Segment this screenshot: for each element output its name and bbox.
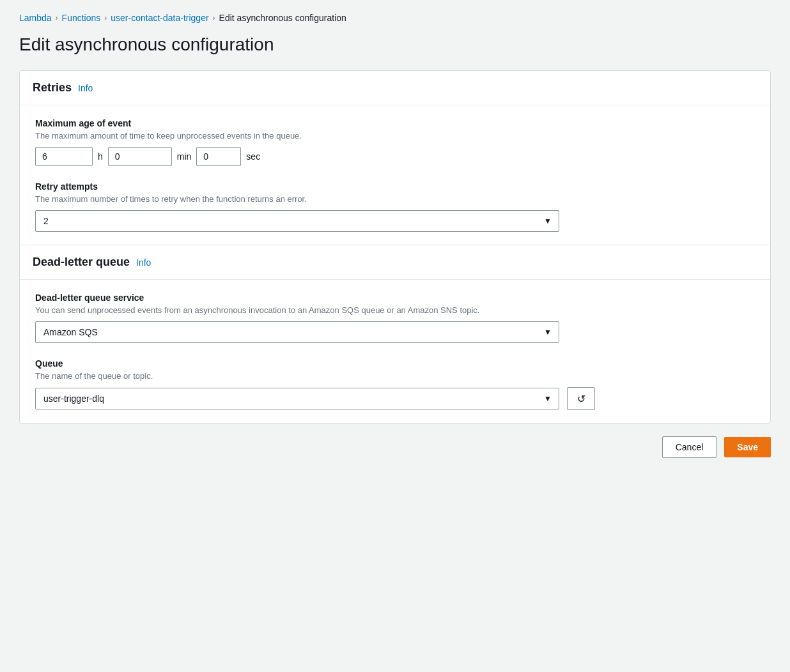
dlq-info-link[interactable]: Info (136, 257, 151, 268)
retry-attempts-description: The maximum number of times to retry whe… (35, 194, 755, 204)
queue-field-group: Queue The name of the queue or topic. us… (35, 358, 755, 410)
dlq-service-select[interactable]: None Amazon SQS Amazon SNS (35, 321, 559, 343)
breadcrumb-current: Edit asynchronous configuration (219, 13, 346, 23)
seconds-unit: sec (246, 151, 260, 162)
breadcrumb-functions[interactable]: Functions (62, 13, 101, 23)
retries-body: Maximum age of event The maximum amount … (20, 105, 770, 245)
breadcrumb: Lambda › Functions › user-contact-data-t… (19, 13, 771, 23)
main-card: Retries Info Maximum age of event The ma… (19, 70, 771, 424)
retries-section-header: Retries Info (20, 71, 770, 105)
dlq-heading: Dead-letter queue (33, 256, 130, 269)
queue-description: The name of the queue or topic. (35, 371, 755, 381)
minutes-input[interactable] (108, 147, 172, 166)
retry-attempts-select[interactable]: 0 1 2 (35, 210, 559, 232)
max-age-description: The maximum amount of time to keep unpro… (35, 131, 755, 141)
dlq-section-header: Dead-letter queue Info (20, 245, 770, 280)
page-title: Edit asynchronous configuration (19, 34, 771, 55)
seconds-input[interactable] (196, 147, 241, 166)
max-age-label: Maximum age of event (35, 118, 755, 128)
dlq-service-field-group: Dead-letter queue service You can send u… (35, 293, 755, 343)
queue-select[interactable]: user-trigger-dlq (35, 388, 559, 409)
breadcrumb-lambda[interactable]: Lambda (19, 13, 52, 23)
retry-attempts-select-wrapper: 0 1 2 ▼ (35, 210, 559, 232)
refresh-icon: ↺ (577, 393, 585, 405)
retries-heading: Retries (33, 81, 72, 95)
breadcrumb-sep-1: › (56, 13, 58, 22)
max-age-field-group: Maximum age of event The maximum amount … (35, 118, 755, 166)
queue-row: user-trigger-dlq ▼ ↺ (35, 387, 755, 410)
save-button[interactable]: Save (724, 437, 771, 457)
refresh-button[interactable]: ↺ (567, 387, 595, 410)
dlq-service-label: Dead-letter queue service (35, 293, 755, 303)
retry-attempts-field-group: Retry attempts The maximum number of tim… (35, 181, 755, 232)
time-inputs: h min sec (35, 147, 755, 166)
queue-label: Queue (35, 358, 755, 369)
breadcrumb-sep-2: › (104, 13, 107, 22)
cancel-button[interactable]: Cancel (662, 436, 717, 458)
breadcrumb-sep-3: › (213, 13, 215, 22)
minutes-unit: min (177, 151, 192, 162)
retries-info-link[interactable]: Info (78, 83, 93, 93)
breadcrumb-function-name[interactable]: user-contact-data-trigger (111, 13, 208, 23)
retry-attempts-label: Retry attempts (35, 181, 755, 192)
hours-input[interactable] (35, 147, 93, 166)
hours-unit: h (98, 151, 103, 162)
queue-select-wrapper: user-trigger-dlq ▼ (35, 388, 559, 409)
dlq-body: Dead-letter queue service You can send u… (20, 280, 770, 423)
footer: Cancel Save (19, 424, 771, 464)
dlq-service-select-wrapper: None Amazon SQS Amazon SNS ▼ (35, 321, 559, 343)
dlq-service-description: You can send unprocessed events from an … (35, 305, 755, 315)
